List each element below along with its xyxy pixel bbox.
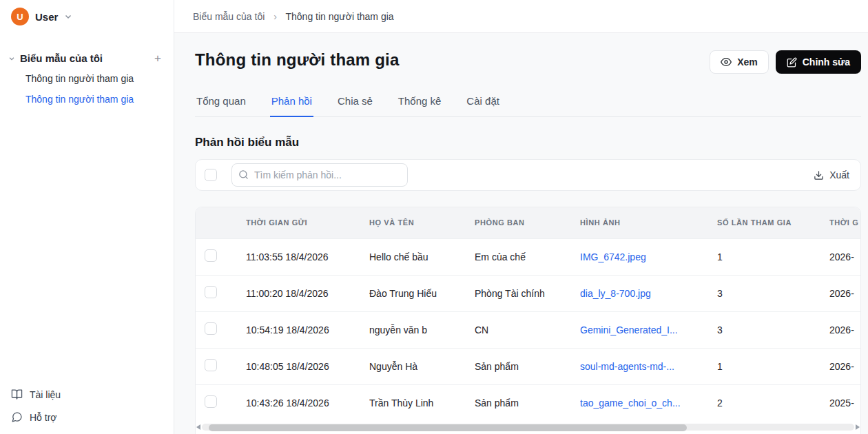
responses-table: THỜI GIAN GỬIHỌ VÀ TÊNPHÒNG BANHÌNH ẢNHS…: [196, 207, 861, 421]
sidebar-nav: Thông tin người tham giaThông tin người …: [0, 68, 174, 110]
column-header: THỜI GIAN GỬI: [246, 207, 369, 238]
row-checkbox[interactable]: [205, 286, 217, 298]
tabs: Tổng quanPhản hồiChia sẻThống kêCài đặt: [195, 90, 861, 117]
cell-count: 1: [717, 238, 829, 275]
cell-extra: 2026-: [829, 311, 861, 348]
cell-name: Trần Thùy Linh: [369, 384, 475, 421]
sidebar-item-support[interactable]: Hỗ trợ: [11, 406, 163, 428]
avatar: U: [11, 8, 29, 25]
cell-time: 10:48:05 18/4/2026: [246, 348, 369, 384]
search-input[interactable]: [231, 163, 408, 187]
sidebar-item-label: Hỗ trợ: [30, 412, 57, 423]
cell-extra: 2026-: [829, 275, 861, 311]
cell-name: Hello chế bầu: [369, 238, 475, 275]
breadcrumb-parent[interactable]: Biểu mẫu của tôi: [193, 11, 265, 22]
tab-5[interactable]: Cài đặt: [465, 90, 501, 117]
sidebar-section-label: Biểu mẫu của tôi: [20, 52, 148, 64]
table-row: 11:03:55 18/4/2026Hello chế bầuEm của ch…: [196, 238, 861, 275]
file-link[interactable]: IMG_6742.jpeg: [580, 238, 717, 275]
row-checkbox-cell: [196, 238, 246, 275]
add-form-button[interactable]: +: [153, 52, 163, 64]
cell-count: 3: [717, 275, 829, 311]
tab-3[interactable]: Chia sẻ: [336, 90, 374, 117]
cell-time: 11:00:20 18/4/2026: [246, 275, 369, 311]
user-menu[interactable]: U User: [0, 0, 174, 33]
book-icon: [11, 389, 23, 400]
table-row: 10:54:19 18/4/2026nguyễn văn bCNGemini_G…: [196, 311, 861, 348]
chevron-down-icon: [64, 12, 72, 21]
cell-count: 2: [717, 384, 829, 421]
sidebar-item-label: Tài liệu: [30, 389, 61, 400]
scroll-left-arrow-icon[interactable]: [196, 424, 200, 430]
cell-dept: Sản phẩm: [475, 348, 580, 384]
row-checkbox[interactable]: [205, 395, 217, 408]
cell-time: 11:03:55 18/4/2026: [246, 238, 369, 275]
row-checkbox-cell: [196, 311, 246, 348]
page-title: Thông tin người tham gia: [195, 50, 400, 70]
column-header: HỌ VÀ TÊN: [369, 207, 475, 238]
edit-button[interactable]: Chỉnh sửa: [776, 50, 861, 74]
chat-icon: [11, 411, 23, 423]
view-button-label: Xem: [737, 56, 758, 68]
row-checkbox[interactable]: [205, 322, 217, 335]
column-header: SỐ LẦN THAM GIA: [717, 207, 829, 238]
cell-dept: Phòng Tài chính: [475, 275, 580, 311]
breadcrumb-current: Thông tin người tham gia: [286, 11, 394, 22]
cell-name: nguyễn văn b: [369, 311, 475, 348]
sidebar-footer: Tài liệu Hỗ trợ: [0, 376, 174, 434]
column-header: PHÒNG BAN: [475, 207, 580, 238]
edit-button-label: Chỉnh sửa: [803, 56, 850, 68]
chevron-down-icon: [8, 55, 15, 62]
breadcrumb-separator: ›: [273, 11, 277, 22]
sidebar-item-form-2[interactable]: Thông tin người tham gia: [0, 89, 174, 110]
sidebar: U User Biểu mẫu của tôi + Thông tin ngườ…: [0, 0, 174, 434]
row-checkbox[interactable]: [205, 249, 217, 262]
scroll-right-arrow-icon[interactable]: [856, 424, 860, 430]
breadcrumb: Biểu mẫu của tôi › Thông tin người tham …: [193, 11, 394, 22]
row-checkbox-cell: [196, 384, 246, 421]
cell-dept: Sản phẩm: [475, 384, 580, 421]
tab-1[interactable]: Tổng quan: [195, 90, 247, 117]
sidebar-item-form-1[interactable]: Thông tin người tham gia: [0, 68, 174, 89]
cell-extra: 2025-: [829, 384, 861, 421]
download-icon: [814, 170, 824, 180]
eye-icon: [721, 56, 732, 68]
edit-icon: [787, 57, 797, 68]
row-checkbox[interactable]: [205, 359, 217, 371]
file-link[interactable]: dia_ly_8-700.jpg: [580, 275, 717, 311]
column-header: HÌNH ẢNH: [580, 207, 717, 238]
table-row: 10:48:05 18/4/2026Nguyễn HàSản phẩmsoul-…: [196, 348, 861, 384]
file-link[interactable]: soul-md-agents-md-...: [580, 348, 717, 384]
cell-time: 10:43:26 18/4/2026: [246, 384, 369, 421]
column-header: THỜI G: [829, 207, 861, 238]
row-checkbox-cell: [196, 348, 246, 384]
cell-count: 1: [717, 348, 829, 384]
select-all-checkbox[interactable]: [205, 169, 217, 181]
row-checkbox-cell: [196, 275, 246, 311]
cell-extra: 2026-: [829, 238, 861, 275]
tab-4[interactable]: Thống kê: [397, 90, 443, 117]
cell-name: Nguyễn Hà: [369, 348, 475, 384]
responses-toolbar: Xuất: [195, 159, 861, 191]
cell-time: 10:54:19 18/4/2026: [246, 311, 369, 348]
sidebar-section-forms[interactable]: Biểu mẫu của tôi +: [0, 45, 174, 68]
cell-extra: 2026-: [829, 348, 861, 384]
main-content: Thông tin người tham gia Xem Chỉnh sửa T…: [174, 33, 868, 434]
cell-count: 3: [717, 311, 829, 348]
file-link[interactable]: Gemini_Generated_I...: [580, 311, 717, 348]
table-row: 10:43:26 18/4/2026Trần Thùy LinhSản phẩm…: [196, 384, 861, 421]
tab-2[interactable]: Phản hồi: [270, 90, 313, 117]
view-button[interactable]: Xem: [710, 50, 769, 74]
cell-dept: CN: [475, 311, 580, 348]
file-link[interactable]: tao_game_choi_o_ch...: [580, 384, 717, 421]
table-header-checkbox-cell: [196, 207, 246, 238]
sidebar-item-docs[interactable]: Tài liệu: [11, 383, 163, 406]
horizontal-scrollbar[interactable]: [196, 423, 860, 431]
scrollbar-track[interactable]: [202, 424, 854, 431]
breadcrumb-bar: Biểu mẫu của tôi › Thông tin người tham …: [174, 0, 868, 33]
search-box: [231, 163, 408, 187]
scrollbar-thumb[interactable]: [209, 424, 687, 431]
user-name: User: [35, 11, 58, 23]
export-button[interactable]: Xuất: [814, 169, 849, 180]
cell-name: Đào Trung Hiếu: [369, 275, 475, 311]
